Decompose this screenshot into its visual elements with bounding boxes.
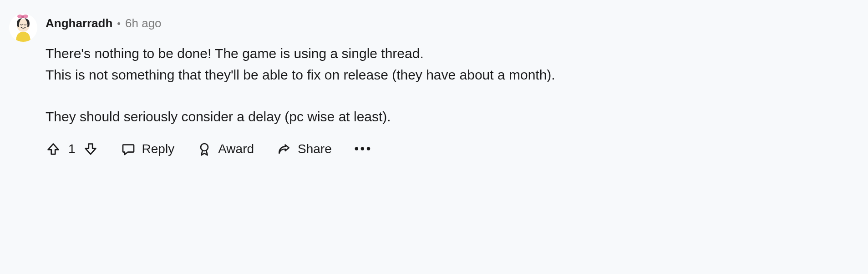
share-label: Share xyxy=(298,142,332,156)
comment-header: Angharradh • 6h ago xyxy=(46,16,737,30)
username-link[interactable]: Angharradh xyxy=(46,16,112,30)
action-bar: 1 Reply Award xyxy=(46,141,737,157)
timestamp: 6h ago xyxy=(125,16,162,30)
avatar[interactable] xyxy=(9,14,37,42)
award-label: Award xyxy=(218,142,254,156)
comment-icon xyxy=(121,142,136,156)
more-options-button[interactable]: ••• xyxy=(355,142,372,156)
svg-point-4 xyxy=(21,15,24,18)
body-line: There's nothing to be done! The game is … xyxy=(46,43,737,65)
comment-body: There's nothing to be done! The game is … xyxy=(46,43,737,128)
reply-label: Reply xyxy=(142,142,175,156)
separator-dot: • xyxy=(117,18,121,30)
svg-point-5 xyxy=(201,144,208,151)
reply-button[interactable]: Reply xyxy=(121,142,175,156)
award-button[interactable]: Award xyxy=(197,142,254,156)
vote-score: 1 xyxy=(68,142,76,156)
body-line: They should seriously consider a delay (… xyxy=(46,106,737,128)
award-icon xyxy=(197,142,212,156)
share-icon xyxy=(277,142,291,156)
downvote-icon[interactable] xyxy=(83,141,98,157)
upvote-icon[interactable] xyxy=(46,141,61,157)
body-line: This is not something that they'll be ab… xyxy=(46,65,737,86)
comment-container: Angharradh • 6h ago There's nothing to b… xyxy=(9,14,737,157)
comment-content: Angharradh • 6h ago There's nothing to b… xyxy=(46,14,737,157)
share-button[interactable]: Share xyxy=(277,142,332,156)
vote-group: 1 xyxy=(46,141,98,157)
